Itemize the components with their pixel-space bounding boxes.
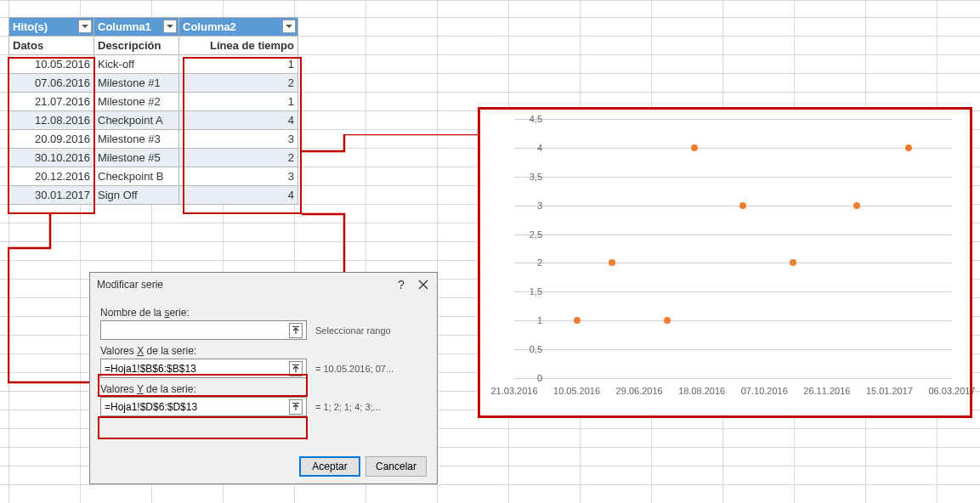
chart-point[interactable] [790,259,796,266]
svg-rect-0 [292,326,299,327]
header-hitos[interactable]: Hito(s) [9,18,94,37]
x-tick-label: 07.10.2016 [741,386,788,396]
cell-date[interactable]: 20.09.2016 [9,130,94,149]
x-values-preview: = 10.05.2016; 07... [315,364,394,374]
cell-desc[interactable]: Checkpoint A [94,111,179,130]
header-hitos-label: Hito(s) [13,20,48,33]
y-tick-label: 1,5 [518,286,542,297]
chart-point[interactable] [905,144,912,151]
cell-desc[interactable]: Milestone #5 [94,149,179,167]
x-tick-label: 06.03.2017 [928,386,975,396]
chart-point[interactable] [739,202,746,209]
data-table: Hito(s) Columna1 Columna2 Datos Descripc… [8,17,298,205]
collapse-range-icon[interactable] [289,399,303,415]
series-name-input[interactable] [105,325,275,336]
filter-dropdown-icon[interactable] [163,20,177,33]
cell-y[interactable]: 1 [179,93,298,111]
cell-y[interactable]: 4 [179,111,298,130]
x-values-input[interactable] [105,363,275,375]
table-row: 20.09.2016 Milestone #3 3 [9,130,298,149]
chart-point[interactable] [609,259,615,266]
cell-desc[interactable]: Kick-off [94,55,179,74]
x-values-input-group [100,359,307,378]
table-row: 21.07.2016 Milestone #2 1 [9,93,298,111]
y-values-preview: = 1; 2; 1; 4; 3;... [315,402,381,412]
cell-y[interactable]: 3 [179,167,298,186]
cell-y[interactable]: 1 [179,55,298,74]
cell-desc[interactable]: Milestone #1 [94,74,179,93]
scatter-chart[interactable]: 00,511,522,533,544,5 21.03.201610.05.201… [480,109,969,415]
cell-desc[interactable]: Milestone #3 [94,130,179,149]
dialog-title: Modificar serie [97,279,163,291]
filter-dropdown-icon[interactable] [282,20,296,33]
x-tick-label: 29.06.2016 [616,386,663,396]
y-tick-label: 0,5 [518,344,542,354]
chart-gridline [514,235,952,235]
chart-gridline [514,148,952,149]
collapse-range-icon[interactable] [289,323,303,338]
chart-gridline [514,263,952,263]
chart-gridline [514,291,952,292]
chart-point[interactable] [691,144,698,151]
chart-point[interactable] [664,317,671,324]
cell-desc[interactable]: Sign Off [94,186,179,205]
dialog-titlebar[interactable]: Modificar serie ? [90,273,437,297]
y-tick-label: 4 [518,143,542,153]
table-row: 20.12.2016 Checkpoint B 3 [9,167,298,186]
y-values-input-group [100,397,307,416]
cell-desc[interactable]: Checkpoint B [94,167,179,186]
header-columna1-label: Columna1 [98,20,151,33]
table-row: 30.10.2016 Milestone #5 2 [9,149,298,167]
y-tick-label: 3,5 [518,172,542,182]
cell-date[interactable]: 12.08.2016 [9,111,94,130]
header-columna2-label: Columna2 [183,20,236,33]
x-tick-label: 10.05.2016 [553,386,600,396]
y-tick-label: 2 [518,257,542,268]
table-row: 30.01.2017 Sign Off 4 [9,186,298,205]
x-tick-label: 26.11.2016 [803,386,850,396]
x-values-label: Valores X de la serie: [100,345,427,357]
y-tick-label: 4,5 [518,114,542,124]
chart-point[interactable] [574,317,581,324]
x-tick-label: 15.01.2017 [866,386,913,396]
cell-date[interactable]: 10.05.2016 [9,55,94,74]
series-name-label: Nombre de la serie: [100,307,427,319]
y-values-label: Valores Y de la serie: [100,383,427,395]
chart-gridline [514,206,952,206]
cell-date[interactable]: 30.10.2016 [9,149,94,167]
close-icon[interactable] [416,278,430,291]
table-row: 12.08.2016 Checkpoint A 4 [9,111,298,130]
cell-date[interactable]: 30.01.2017 [9,186,94,205]
cell-date[interactable]: 21.07.2016 [9,93,94,111]
y-tick-label: 3 [518,201,542,211]
accept-button[interactable]: Aceptar [299,456,360,477]
svg-rect-2 [292,403,299,404]
cancel-button[interactable]: Cancelar [365,456,427,477]
header-columna2[interactable]: Columna2 [179,18,298,37]
cell-desc[interactable]: Milestone #2 [94,93,179,111]
chart-point[interactable] [853,202,860,209]
cell-date[interactable]: 07.06.2016 [9,74,94,93]
chart-gridline [514,378,952,379]
y-tick-label: 1 [518,315,542,325]
cell-y[interactable]: 4 [179,186,298,205]
table-row: 07.06.2016 Milestone #1 2 [9,74,298,93]
help-icon[interactable]: ? [394,278,408,291]
cell-date[interactable]: 20.12.2016 [9,167,94,186]
y-values-input[interactable] [105,401,275,413]
filter-dropdown-icon[interactable] [78,20,92,33]
subheader-desc[interactable]: Descripción [94,37,179,55]
cell-y[interactable]: 2 [179,149,298,167]
subheader-linea[interactable]: Línea de tiempo [179,37,298,55]
cell-y[interactable]: 2 [179,74,298,93]
table-row: 10.05.2016 Kick-off 1 [9,55,298,74]
cell-y[interactable]: 3 [179,130,298,149]
series-name-input-group [100,320,307,340]
y-tick-label: 2,5 [518,229,542,240]
header-columna1[interactable]: Columna1 [94,18,179,37]
svg-rect-1 [292,365,299,365]
chart-gridline [514,349,952,350]
subheader-datos[interactable]: Datos [9,37,94,55]
collapse-range-icon[interactable] [289,361,303,376]
x-tick-label: 18.08.2016 [678,386,725,396]
